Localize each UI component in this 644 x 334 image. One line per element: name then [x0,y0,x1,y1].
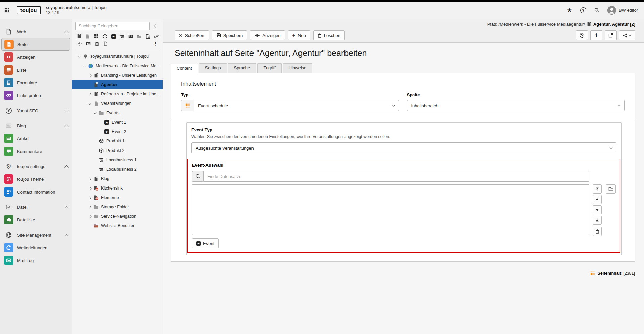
tab-content[interactable]: Content [171,64,198,73]
tree-node[interactable]: Blog [72,174,163,183]
new-button[interactable]: +Neu [288,30,310,40]
move-to-top-button[interactable] [593,184,602,194]
grid-icon[interactable] [94,34,99,39]
tree-node[interactable]: soyagunsarufutsumura | Toujou [72,52,163,61]
cube-icon[interactable] [102,34,108,39]
tree-node[interactable]: Branding - Unsere Leistungen [72,71,163,80]
move-up-button[interactable] [593,195,602,204]
add-event-button[interactable]: Event [192,238,219,248]
document-icon[interactable] [85,34,91,39]
tree-toggle-icon[interactable] [92,110,98,116]
search-icon[interactable] [594,8,599,13]
tree-toggle-icon[interactable] [87,101,92,106]
user-menu[interactable]: BW editor [607,6,638,15]
drag-separator-icon[interactable] [77,41,82,47]
blank-document-icon[interactable] [103,41,108,47]
section-yoast-seo[interactable]: Yoast SEO [0,104,72,117]
tree-search-input[interactable] [75,22,150,30]
typ-select[interactable]: Event schedule [181,100,399,111]
tree-node[interactable]: Produkt 2 [72,146,163,155]
tree-node[interactable]: Localbusiness 1 [72,155,163,165]
tree-toggle-icon[interactable] [87,73,92,78]
tree-node-selected[interactable]: Agentur [72,80,163,89]
section-datei[interactable]: Datei [0,201,72,213]
sidebar-item-links-pruefen[interactable]: Links prüfen [0,89,72,102]
toujou-logo[interactable]: toujou [17,6,41,14]
close-button[interactable]: Schließen [175,30,209,40]
remove-button[interactable] [593,227,602,236]
sidebar-item-formulare[interactable]: Formulare [0,76,72,89]
tab-zugriff[interactable]: Zugriff [257,63,282,73]
share-button[interactable] [619,30,635,40]
sidebar-item-anzeigen[interactable]: Anzeigen [0,51,72,64]
selected-events-listbox[interactable] [192,184,589,235]
save-button[interactable]: Speichern [212,30,247,40]
tree-node[interactable]: Website-Benutzer [72,221,163,231]
tree-toggle-icon[interactable] [87,176,92,181]
tree-node[interactable]: Event 1 [72,118,163,127]
sidebar-item-artikel[interactable]: Artikel [0,132,72,145]
sidebar-item-mail-log[interactable]: Mail Log [0,254,72,267]
tree-node[interactable]: Referenzen - Projekte im Übe... [72,89,163,99]
tree-node[interactable]: Events [72,108,163,118]
tree-toggle-icon[interactable] [87,204,92,210]
tree-node[interactable]: Produkt 1 [72,136,163,146]
tree-node[interactable]: Service-Navigation [72,212,163,221]
shop-icon [98,166,104,172]
collapse-tree-button[interactable] [152,22,160,30]
tree-node[interactable]: Elemente [72,193,163,202]
open-new-window-button[interactable] [605,30,617,40]
tree-node[interactable]: Storage Folder [72,202,163,212]
sidebar-item-liste[interactable]: Liste [0,64,72,76]
history-button[interactable] [576,30,588,40]
tab-hinweise[interactable]: Hinweise [283,63,313,73]
kebab-menu-icon[interactable]: ⋮ [152,41,159,46]
move-down-button[interactable] [593,205,602,214]
organisation-icon[interactable] [94,41,100,47]
tree-toggle-icon[interactable] [87,195,92,200]
section-toujou-settings[interactable]: ⚙ toujou settings [0,160,72,173]
info-button[interactable]: i [590,30,602,40]
spalte-select[interactable]: Inhaltsbereich [407,100,625,111]
tree-toggle-icon[interactable] [87,214,92,219]
folder-icon [93,204,99,210]
tree-toggle-icon[interactable] [76,54,82,59]
event-typ-select[interactable]: Ausgesuchte Veranstaltungen [191,142,616,153]
sidebar-item-contact-information[interactable]: Contact Information [0,185,72,198]
star-icon[interactable]: ★ [567,7,572,13]
delete-button[interactable]: Löschen [313,30,345,40]
sidebar-item-kommentare[interactable]: Kommentare [0,145,72,158]
page-flag-icon[interactable] [77,34,82,39]
card-icon[interactable] [128,34,134,39]
section-blog[interactable]: Blog [0,119,72,132]
contact-card-icon[interactable] [85,41,91,47]
help-icon[interactable]: ? [580,7,586,13]
sidebar-item-weiterleitungen[interactable]: Weiterleitungen [0,241,72,254]
page-new-icon[interactable] [145,34,151,39]
move-to-bottom-button[interactable] [593,216,602,225]
view-button[interactable]: Anzeigen [250,30,285,40]
tree-node[interactable]: Veranstaltungen [72,99,163,108]
event-star-icon[interactable] [111,34,117,39]
sidebar-item-dateiliste[interactable]: Dateiliste [0,213,72,226]
tree-node[interactable]: Localbusiness 2 [72,165,163,174]
find-records-input[interactable] [203,171,589,182]
tree-node[interactable]: Medienwerk - Die Fullservice Me... [72,61,163,71]
sidebar-item-toujou-theme[interactable]: toujou Theme [0,173,72,185]
browse-folder-button[interactable] [606,184,616,194]
tree-toggle-icon[interactable] [87,185,92,191]
tree-node[interactable]: Event 2 [72,127,163,136]
tab-sprache[interactable]: Sprache [228,63,256,73]
folder-icon[interactable] [137,34,142,39]
shop-icon[interactable] [120,34,125,39]
tree-node[interactable]: Kitchensink [72,183,163,193]
apps-grid-icon[interactable] [0,2,13,19]
section-web[interactable]: Web [0,25,72,38]
breadcrumb-current[interactable]: Agentur, Agentur [2] [593,22,635,27]
link-icon[interactable] [154,34,159,39]
tree-toggle-icon[interactable] [82,63,87,69]
sidebar-item-seite[interactable]: Seite [1,38,70,51]
tab-settings[interactable]: Settings [199,63,227,73]
tree-toggle-icon[interactable] [87,91,92,97]
section-site-management[interactable]: Site Management [0,228,72,241]
